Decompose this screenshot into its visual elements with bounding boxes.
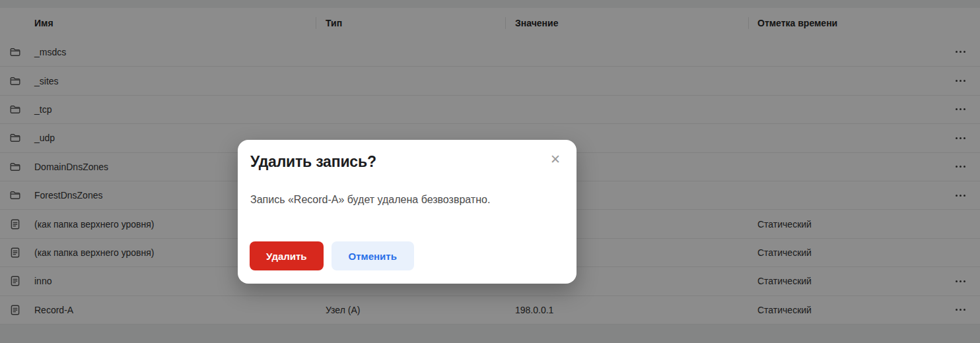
cancel-button[interactable]: Отменить [332,241,414,270]
dialog-title: Удалить запись? [250,153,376,171]
dialog-message: Запись «Record-A» будет удалена безвозвр… [250,194,490,206]
delete-record-dialog: Удалить запись? ✕ Запись «Record-A» буде… [238,140,577,284]
delete-button[interactable]: Удалить [250,241,324,270]
dialog-actions: Удалить Отменить [250,241,414,270]
close-icon[interactable]: ✕ [545,149,566,170]
